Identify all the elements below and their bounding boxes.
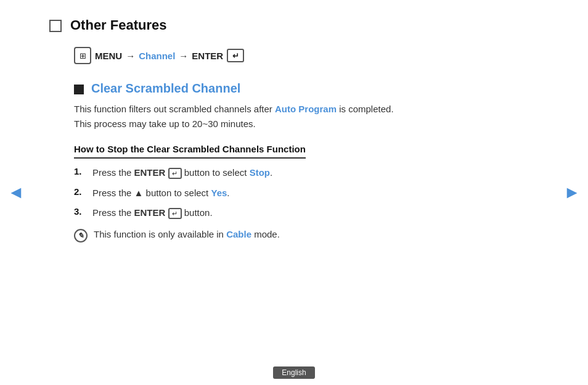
how-to-stop-title-text: How to Stop the Clear Scrambled Channels… [74, 144, 306, 159]
enter-icon-1: ↵ [168, 168, 182, 179]
bottom-bar: English [0, 366, 588, 385]
note-icon: ✎ [74, 229, 88, 242]
enter-label: ENTER [192, 51, 223, 61]
how-to-stop-title: How to Stop the Clear Scrambled Channels… [74, 144, 539, 166]
note-before: This function is only available in [94, 229, 226, 239]
menu-nav: MENU → Channel → ENTER ↵ [74, 47, 539, 64]
subsection-title: Clear Scrambled Channel [91, 81, 240, 96]
language-badge: English [273, 366, 314, 379]
step-1-num: 1. [74, 166, 85, 176]
step-2-num: 2. [74, 186, 85, 197]
subsection-title-row: Clear Scrambled Channel [74, 81, 539, 96]
nav-right-arrow[interactable]: ► [563, 183, 581, 202]
section-title: Other Features [70, 17, 167, 33]
steps-list: 1. Press the ENTER ↵ button to select St… [74, 166, 539, 220]
stop-link: Stop [250, 167, 270, 178]
cable-link: Cable [226, 229, 251, 239]
step-2: 2. Press the ▲ button to select Yes. [74, 186, 539, 201]
enter-icon-3: ↵ [168, 208, 182, 219]
description: This function filters out scrambled chan… [74, 102, 539, 131]
channel-label: Channel [139, 51, 175, 61]
yes-link: Yes [211, 188, 227, 198]
checkbox-icon [49, 20, 62, 32]
subsection: Clear Scrambled Channel This function fi… [74, 81, 539, 242]
desc-part1: This function filters out scrambled chan… [74, 104, 275, 114]
desc-part2: is completed. [337, 104, 394, 114]
step-3-text: Press the ENTER ↵ button. [92, 206, 213, 220]
arrow1: → [126, 51, 135, 61]
step-3: 3. Press the ENTER ↵ button. [74, 206, 539, 220]
enter-bold-3: ENTER [134, 207, 166, 218]
menu-label: MENU [95, 51, 122, 61]
note-text: This function is only available in Cable… [94, 229, 280, 239]
menu-icon [74, 47, 91, 64]
note-row: ✎ This function is only available in Cab… [74, 229, 539, 242]
note-after: mode. [251, 229, 280, 239]
step-1: 1. Press the ENTER ↵ button to select St… [74, 166, 539, 180]
nav-left-arrow[interactable]: ◄ [7, 183, 25, 202]
auto-program-link: Auto Program [275, 104, 337, 114]
black-square-icon [74, 85, 84, 94]
how-to-stop-section: How to Stop the Clear Scrambled Channels… [74, 144, 539, 242]
enter-bold-1: ENTER [134, 167, 166, 178]
section-header: Other Features [49, 17, 539, 33]
enter-icon: ↵ [227, 49, 244, 62]
arrow2: → [179, 51, 188, 61]
desc-line2: This process may take up to 20~30 minute… [74, 118, 256, 129]
step-2-text: Press the ▲ button to select Yes. [92, 186, 230, 201]
step-1-text: Press the ENTER ↵ button to select Stop. [92, 166, 272, 180]
step-3-num: 3. [74, 206, 85, 217]
main-content: Other Features MENU → Channel → ENTER ↵ … [0, 0, 588, 263]
